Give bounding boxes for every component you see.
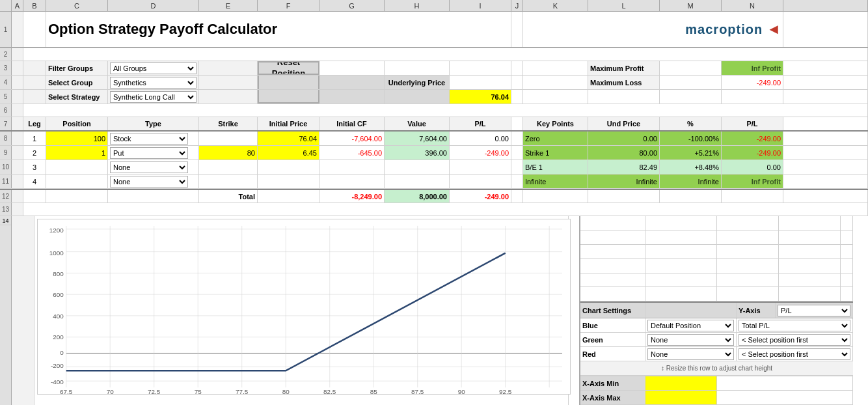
select-group-select[interactable]: Synthetics bbox=[110, 77, 197, 89]
col-header-H: H bbox=[385, 0, 450, 11]
kp-e2-rest bbox=[841, 230, 853, 244]
x-axis-min-input[interactable] bbox=[647, 380, 714, 387]
red-series-value-cell[interactable]: < Select position first bbox=[737, 347, 853, 361]
y-axis-select[interactable]: P/L bbox=[778, 305, 850, 316]
leg3-num: 3 bbox=[23, 160, 46, 174]
green-series-value-cell[interactable]: < Select position first bbox=[737, 333, 853, 346]
row-7-headers: 7 Leg Position Type Strike Initial Price… bbox=[0, 117, 868, 132]
leg1-position[interactable]: 100 bbox=[46, 132, 108, 145]
x-axis-max-value[interactable] bbox=[645, 391, 717, 404]
blue-value-cell[interactable]: Default Position bbox=[645, 318, 737, 332]
col-header-D: D bbox=[108, 0, 199, 11]
col-header-J: J bbox=[511, 0, 523, 11]
leg2-strike[interactable]: 80 bbox=[199, 146, 258, 160]
rownum-3: 3 bbox=[0, 61, 12, 75]
leg2-initial-price: 6.45 bbox=[258, 146, 319, 160]
kp-row3-und: 82.49 bbox=[588, 160, 660, 174]
leg1-initial-cf: -7,604.00 bbox=[319, 132, 385, 145]
leg2-position[interactable]: 1 bbox=[46, 146, 108, 160]
red-value-cell[interactable]: None bbox=[645, 347, 737, 361]
leg2-type-select[interactable]: Put bbox=[110, 147, 188, 159]
cell-5F bbox=[258, 90, 319, 104]
select-strategy-dropdown-cell[interactable]: Synthetic Long Call bbox=[108, 90, 199, 104]
reset-position-button[interactable]: ResetPosition bbox=[258, 61, 319, 75]
kp-header-2: % bbox=[660, 117, 722, 130]
cell-1A bbox=[12, 12, 23, 47]
cell-1rest bbox=[783, 12, 868, 47]
row-5: 5 Select Strategy Synthetic Long Call 76… bbox=[0, 90, 868, 104]
kp-empty-1 bbox=[580, 216, 853, 230]
leg1-strike[interactable] bbox=[199, 132, 258, 145]
cell-9rest bbox=[783, 146, 868, 160]
cell-6rest bbox=[23, 104, 868, 117]
row-1: 1 Option Strategy Payoff Calculator macr… bbox=[0, 12, 868, 48]
rownum-1: 1 bbox=[0, 12, 12, 47]
leg2-type-cell[interactable]: Put bbox=[108, 146, 199, 160]
col-header-rest bbox=[783, 0, 868, 11]
kp-e4-rest bbox=[841, 259, 853, 273]
cell-12rest bbox=[783, 190, 868, 202]
leg4-position[interactable] bbox=[46, 175, 108, 188]
kp-row1-und: 0.00 bbox=[588, 132, 660, 145]
cell-13rest bbox=[23, 203, 868, 216]
rownum-13: 13 bbox=[0, 203, 12, 216]
filter-groups-dropdown-cell[interactable]: All Groups bbox=[108, 61, 199, 75]
col-header-N: N bbox=[722, 0, 783, 11]
red-series-select[interactable]: None bbox=[647, 348, 734, 360]
kp-empty-6 bbox=[580, 287, 853, 301]
kp-row2-label: Strike 1 bbox=[523, 146, 588, 160]
underlying-price-value[interactable]: 76.04 bbox=[450, 90, 511, 104]
select-group-dropdown-cell[interactable]: Synthetics bbox=[108, 76, 199, 89]
leg2-num: 2 bbox=[23, 146, 46, 160]
blue-series-value-cell[interactable]: Total P/L bbox=[737, 318, 853, 332]
kp-e6-l bbox=[645, 287, 717, 301]
green-y-select[interactable]: < Select position first bbox=[739, 334, 850, 346]
green-label: Green bbox=[580, 333, 645, 346]
y-axis-value-cell[interactable]: P/L bbox=[776, 303, 853, 318]
header-initial-price: Initial Price bbox=[258, 117, 319, 130]
red-y-select[interactable]: < Select position first bbox=[739, 348, 850, 360]
cell-7J bbox=[511, 117, 523, 130]
cell-7A bbox=[12, 117, 23, 130]
filter-groups-select[interactable]: All Groups bbox=[110, 63, 197, 74]
cell-4M bbox=[660, 76, 722, 89]
leg2-initial-cf: -645.00 bbox=[319, 146, 385, 160]
leg3-type-cell[interactable]: None bbox=[108, 160, 199, 174]
total-initial-cf: -8,249.00 bbox=[319, 190, 385, 202]
cell-4E bbox=[199, 76, 258, 89]
cell-4I bbox=[450, 76, 511, 89]
leg4-type-select[interactable]: None bbox=[110, 176, 188, 188]
x-axis-min-value[interactable] bbox=[645, 376, 717, 390]
kp-row1-pct: -100.00% bbox=[660, 132, 722, 145]
leg4-type-cell[interactable]: None bbox=[108, 175, 199, 188]
select-strategy-select[interactable]: Synthetic Long Call bbox=[110, 91, 197, 103]
kp-e5-l bbox=[645, 273, 717, 287]
svg-text:1000: 1000 bbox=[49, 249, 64, 257]
svg-text:67.5: 67.5 bbox=[60, 388, 73, 395]
underlying-price-label2 bbox=[385, 90, 450, 104]
cell-4B bbox=[23, 76, 46, 89]
kp-header-3: P/L bbox=[722, 117, 783, 130]
leg4-strike[interactable] bbox=[199, 175, 258, 188]
svg-text:87.5: 87.5 bbox=[411, 388, 424, 395]
cell-4G bbox=[319, 76, 385, 89]
col-header-K: K bbox=[523, 0, 588, 11]
green-series-select[interactable]: None bbox=[647, 334, 734, 346]
row-2: 2 bbox=[0, 48, 868, 61]
kp-empty-2 bbox=[580, 230, 853, 245]
col-header-I: I bbox=[450, 0, 511, 11]
x-axis-max-input[interactable] bbox=[647, 394, 714, 402]
kp-e4-n bbox=[779, 259, 841, 273]
blue-series-select[interactable]: Default Position bbox=[647, 320, 734, 331]
leg1-type-cell[interactable]: Stock bbox=[108, 132, 199, 145]
kp-e3-m bbox=[717, 245, 779, 258]
leg3-position[interactable] bbox=[46, 160, 108, 174]
select-strategy-label: Select Strategy bbox=[46, 90, 108, 104]
blue-y-select[interactable]: Total P/L bbox=[739, 320, 850, 331]
leg3-type-select[interactable]: None bbox=[110, 161, 188, 173]
resize-note[interactable]: ↕ Resize this row to adjust chart height bbox=[580, 361, 853, 376]
leg1-type-select[interactable]: Stock bbox=[110, 133, 188, 145]
svg-text:90: 90 bbox=[458, 388, 466, 395]
green-value-cell[interactable]: None bbox=[645, 333, 737, 346]
leg3-strike[interactable] bbox=[199, 160, 258, 174]
